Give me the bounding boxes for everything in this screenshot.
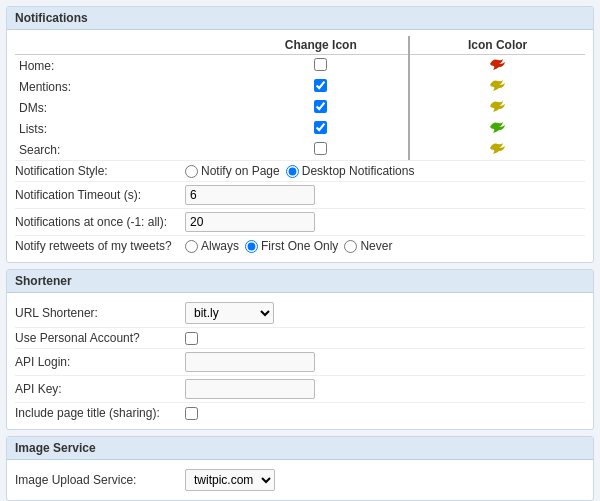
notifications-table: Change Icon Icon Color Home: Mentions: [15, 36, 585, 160]
notifications-panel: Notifications Change Icon Icon Color Hom… [6, 6, 594, 263]
notifications-body: Change Icon Icon Color Home: Mentions: [7, 30, 593, 262]
never-radio[interactable] [344, 240, 357, 253]
notification-style-label: Notification Style: [15, 164, 185, 178]
icon-color-cell [410, 97, 585, 118]
url-shortener-select[interactable]: bit.ly tinyurl.com goo.gl ow.ly [185, 302, 274, 324]
url-shortener-row: URL Shortener: bit.ly tinyurl.com goo.gl… [15, 299, 585, 327]
api-login-row: API Login: [15, 348, 585, 375]
desktop-notif-option[interactable]: Desktop Notifications [286, 164, 415, 178]
first-one-label: First One Only [261, 239, 338, 253]
image-service-title: Image Service [7, 437, 593, 460]
retweets-row: Notify retweets of my tweets? Always Fir… [15, 235, 585, 256]
change-icon-checkbox[interactable] [314, 142, 327, 155]
include-title-value [185, 407, 585, 420]
at-once-input[interactable] [185, 212, 315, 232]
change-icon-checkbox[interactable] [314, 100, 327, 113]
icon-color-cell [410, 139, 585, 160]
row-label: Mentions: [15, 76, 233, 97]
timeout-value [185, 185, 585, 205]
timeout-row: Notification Timeout (s): [15, 181, 585, 208]
upload-service-label: Image Upload Service: [15, 473, 185, 487]
never-label: Never [360, 239, 392, 253]
change-icon-cell[interactable] [233, 118, 408, 139]
row-label: DMs: [15, 97, 233, 118]
image-service-body: Image Upload Service: twitpic.com yfrog.… [7, 460, 593, 500]
table-row: Lists: [15, 118, 585, 139]
api-key-input[interactable] [185, 379, 315, 399]
personal-account-value [185, 332, 585, 345]
always-label: Always [201, 239, 239, 253]
personal-account-row: Use Personal Account? [15, 327, 585, 348]
change-icon-cell[interactable] [233, 55, 408, 77]
icon-color-header: Icon Color [410, 36, 585, 55]
notify-on-page-radio[interactable] [185, 165, 198, 178]
retweets-label: Notify retweets of my tweets? [15, 239, 185, 253]
notifications-title: Notifications [7, 7, 593, 30]
upload-service-value: twitpic.com yfrog.com imgur.com [185, 469, 585, 491]
change-icon-cell[interactable] [233, 97, 408, 118]
api-key-label: API Key: [15, 382, 185, 396]
table-row: Home: [15, 55, 585, 77]
retweets-value: Always First One Only Never [185, 239, 585, 253]
include-title-label: Include page title (sharing): [15, 406, 185, 420]
api-key-value [185, 379, 585, 399]
url-shortener-value: bit.ly tinyurl.com goo.gl ow.ly [185, 302, 585, 324]
include-title-row: Include page title (sharing): [15, 402, 585, 423]
at-once-value [185, 212, 585, 232]
icon-color-cell [410, 76, 585, 97]
api-login-value [185, 352, 585, 372]
api-login-label: API Login: [15, 355, 185, 369]
row-label: Home: [15, 55, 233, 77]
row-label: Search: [15, 139, 233, 160]
table-row: Search: [15, 139, 585, 160]
api-login-input[interactable] [185, 352, 315, 372]
notify-on-page-label: Notify on Page [201, 164, 280, 178]
shortener-panel: Shortener URL Shortener: bit.ly tinyurl.… [6, 269, 594, 430]
upload-service-row: Image Upload Service: twitpic.com yfrog.… [15, 466, 585, 494]
desktop-notif-label: Desktop Notifications [302, 164, 415, 178]
icon-color-cell [410, 118, 585, 139]
table-row: Mentions: [15, 76, 585, 97]
at-once-label: Notifications at once (-1: all): [15, 215, 185, 229]
desktop-notif-radio[interactable] [286, 165, 299, 178]
upload-service-select[interactable]: twitpic.com yfrog.com imgur.com [185, 469, 275, 491]
api-key-row: API Key: [15, 375, 585, 402]
url-shortener-label: URL Shortener: [15, 306, 185, 320]
change-icon-checkbox[interactable] [314, 58, 327, 71]
timeout-label: Notification Timeout (s): [15, 188, 185, 202]
change-icon-checkbox[interactable] [314, 79, 327, 92]
row-label: Lists: [15, 118, 233, 139]
always-radio[interactable] [185, 240, 198, 253]
always-option[interactable]: Always [185, 239, 239, 253]
never-option[interactable]: Never [344, 239, 392, 253]
table-row: DMs: [15, 97, 585, 118]
at-once-row: Notifications at once (-1: all): [15, 208, 585, 235]
shortener-body: URL Shortener: bit.ly tinyurl.com goo.gl… [7, 293, 593, 429]
change-icon-header: Change Icon [233, 36, 408, 55]
notification-style-value: Notify on Page Desktop Notifications [185, 164, 585, 178]
personal-account-checkbox[interactable] [185, 332, 198, 345]
include-title-checkbox[interactable] [185, 407, 198, 420]
notification-style-row: Notification Style: Notify on Page Deskt… [15, 160, 585, 181]
shortener-title: Shortener [7, 270, 593, 293]
icon-color-cell [410, 55, 585, 77]
image-service-panel: Image Service Image Upload Service: twit… [6, 436, 594, 501]
empty-header [15, 36, 233, 55]
change-icon-checkbox[interactable] [314, 121, 327, 134]
first-one-radio[interactable] [245, 240, 258, 253]
first-one-option[interactable]: First One Only [245, 239, 338, 253]
change-icon-cell[interactable] [233, 139, 408, 160]
timeout-input[interactable] [185, 185, 315, 205]
personal-account-label: Use Personal Account? [15, 331, 185, 345]
notify-on-page-option[interactable]: Notify on Page [185, 164, 280, 178]
change-icon-cell[interactable] [233, 76, 408, 97]
